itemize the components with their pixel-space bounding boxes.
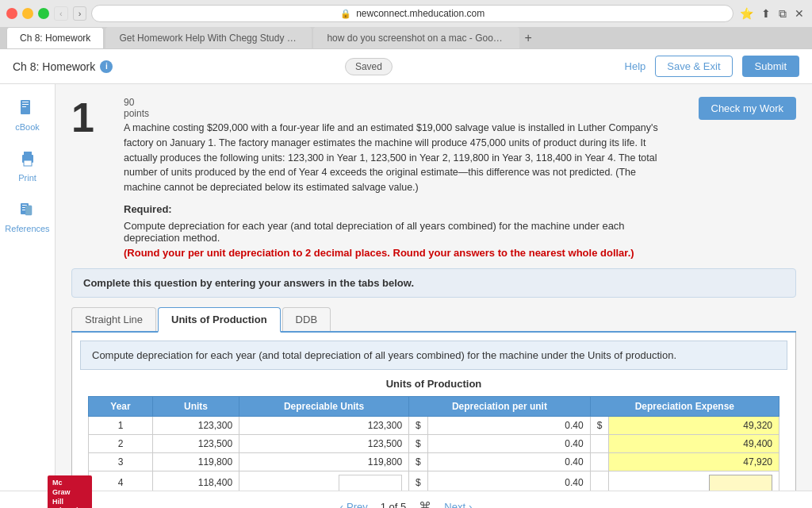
col-header-year: Year: [89, 396, 153, 416]
back-btn[interactable]: ‹: [54, 6, 68, 21]
next-page-icon: ›: [469, 501, 472, 508]
svg-rect-11: [25, 206, 32, 215]
lock-icon: 🔒: [340, 9, 351, 19]
next-page-button[interactable]: Next ›: [444, 501, 472, 508]
header-right: Help Save & Exit Submit: [625, 56, 799, 77]
print-label: Print: [18, 173, 36, 183]
ebook-label: cBook: [15, 122, 40, 132]
forward-btn[interactable]: ›: [73, 6, 87, 21]
maximize-window-btn[interactable]: [38, 8, 49, 19]
table-row: 2 123,500 123,500 $ 0.40 49,400: [89, 434, 779, 452]
ebook-icon: [16, 97, 38, 119]
print-icon: [17, 148, 39, 170]
mgh-logo-box: Mc Graw Hill Education: [48, 475, 92, 508]
browser-chrome: ‹ › 🔒 newconnect.mheducation.com ⭐ ⬆ ⧉ ✕…: [0, 0, 812, 49]
mgh-logo: Mc Graw Hill Education: [48, 475, 92, 508]
page-info: 1 of 5: [381, 501, 407, 508]
tabs-instruction-box: Complete this question by entering your …: [71, 268, 796, 298]
browser-action-btns: ⭐ ⬆ ⧉ ✕: [738, 6, 806, 22]
bottom-nav: Mc Graw Hill Education ‹ Prev 1 of 5 ⌘ N…: [0, 491, 812, 508]
info-icon[interactable]: i: [100, 60, 113, 73]
year4-expense-input[interactable]: [709, 475, 772, 491]
references-label: References: [5, 224, 49, 233]
url-text: newconnect.mheducation.com: [356, 8, 485, 19]
col-header-dep-expense: Depreciation Expense: [590, 396, 779, 416]
year4-depreciable-input[interactable]: [339, 475, 402, 491]
col-header-dep-per-unit: Depreciation per unit: [409, 396, 591, 416]
tab-straight-line[interactable]: Straight Line: [71, 307, 156, 331]
browser-tabs: Ch 8: Homework Get Homework Help With Ch…: [0, 27, 812, 48]
prev-page-icon: ‹: [340, 501, 343, 508]
sidebar-item-ebook[interactable]: cBook: [15, 97, 40, 132]
table-wrapper: Units of Production Year Units Depreciab…: [80, 370, 787, 491]
svg-rect-6: [24, 160, 32, 166]
tab-homework[interactable]: Ch 8: Homework: [6, 27, 104, 48]
question-number: 1: [71, 97, 111, 138]
instruction-text: Compute depreciation for each year (and …: [124, 220, 672, 244]
svg-rect-2: [22, 104, 29, 105]
question-header: 1 90 points A machine costing $209,000 w…: [71, 97, 796, 259]
close-tab-btn[interactable]: ✕: [793, 6, 806, 21]
check-work-button[interactable]: Check my Work: [699, 97, 797, 120]
svg-rect-5: [24, 152, 32, 156]
svg-rect-1: [22, 102, 29, 102]
highlight-text: (Round your per unit depreciation to 2 d…: [124, 247, 672, 259]
table-container: Compute depreciation for each year (and …: [71, 333, 796, 491]
table-row: 4 118,400 $ 0.40: [89, 471, 779, 491]
check-work-area: Check my Work: [685, 97, 796, 120]
tab-google[interactable]: how do you screenshot on a mac - Google …: [313, 27, 519, 48]
references-icon: [16, 198, 38, 221]
more-btn[interactable]: ⧉: [777, 6, 788, 22]
table-row: 3 119,800 119,800 $ 0.40 47,920: [89, 452, 779, 471]
content-area: 1 90 points A machine costing $209,000 w…: [56, 84, 812, 491]
sidebar-item-references[interactable]: References: [5, 198, 49, 233]
svg-rect-3: [22, 106, 26, 107]
save-exit-button[interactable]: Save & Exit: [655, 56, 732, 77]
app-header: Ch 8: Homework i Saved Help Save & Exit …: [0, 49, 812, 84]
required-label: Required:: [124, 203, 672, 215]
address-bar[interactable]: 🔒 newconnect.mheducation.com: [91, 5, 733, 22]
question-body-text: A machine costing $209,000 with a four-y…: [124, 121, 672, 195]
new-tab-btn[interactable]: +: [519, 31, 536, 45]
table-title: Units of Production: [88, 378, 779, 390]
sidebar-item-print[interactable]: Print: [17, 148, 39, 183]
prev-page-button[interactable]: ‹ Prev: [340, 501, 368, 508]
method-tabs: Straight Line Units of Production DDB: [71, 307, 796, 333]
bookmark-btn[interactable]: ⭐: [738, 6, 755, 21]
app-title-area: Ch 8: Homework i: [13, 60, 113, 73]
saved-badge: Saved: [345, 58, 393, 75]
main-layout: cBook Print References 1 90 points A: [0, 84, 812, 491]
points-display: 90 points: [124, 97, 672, 119]
share-btn[interactable]: ⬆: [760, 6, 772, 21]
col-header-units: Units: [152, 396, 239, 416]
col-header-depreciable-units: Depreciable Units: [239, 396, 409, 416]
close-window-btn[interactable]: [6, 8, 17, 19]
depreciation-table: Year Units Depreciable Units Depreciatio…: [88, 396, 779, 491]
help-link[interactable]: Help: [625, 60, 646, 72]
question-body-area: 90 points A machine costing $209,000 wit…: [124, 97, 672, 259]
table-row: 1 123,300 123,300 $ 0.40 $ 49,320: [89, 416, 779, 434]
submit-button[interactable]: Submit: [742, 56, 799, 77]
tab-chegg[interactable]: Get Homework Help With Chegg Study | Che…: [105, 27, 312, 48]
browser-toolbar: ‹ › 🔒 newconnect.mheducation.com ⭐ ⬆ ⧉ ✕: [0, 0, 812, 27]
tab-ddb[interactable]: DDB: [282, 307, 331, 331]
minimize-window-btn[interactable]: [22, 8, 33, 19]
sidebar: cBook Print References: [0, 84, 56, 491]
app-title-text: Ch 8: Homework: [13, 60, 95, 73]
tab-units-of-production[interactable]: Units of Production: [158, 307, 281, 333]
grid-view-button[interactable]: ⌘: [419, 499, 431, 508]
svg-rect-10: [22, 210, 25, 210]
compute-section: Compute depreciation for each year (and …: [80, 341, 787, 370]
